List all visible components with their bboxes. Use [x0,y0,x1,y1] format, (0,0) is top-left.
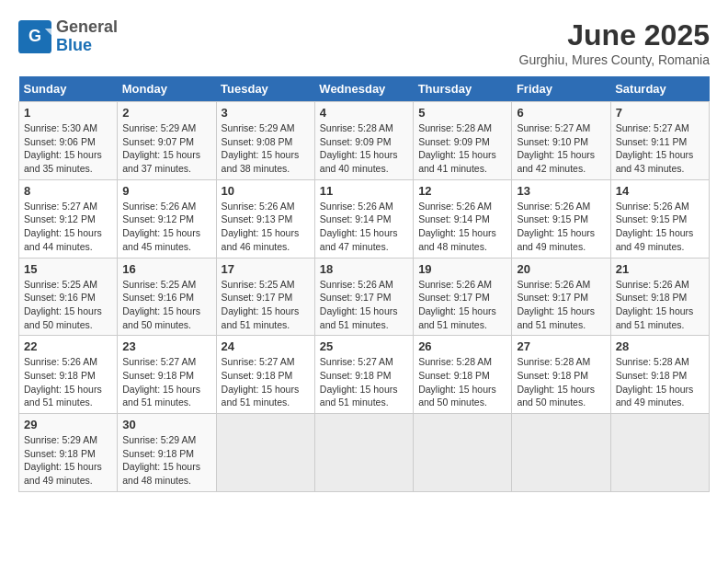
calendar-week-row: 15Sunrise: 5:25 AM Sunset: 9:16 PM Dayli… [19,258,710,336]
calendar-day-cell [512,414,610,492]
day-info: Sunrise: 5:28 AM Sunset: 9:18 PM Dayligh… [517,355,605,409]
calendar-day-cell: 24Sunrise: 5:27 AM Sunset: 9:18 PM Dayli… [216,336,314,414]
day-number: 17 [222,262,310,276]
day-number: 25 [320,339,408,353]
day-number: 10 [222,184,310,198]
day-info: Sunrise: 5:26 AM Sunset: 9:18 PM Dayligh… [24,355,112,409]
calendar-day-cell: 30Sunrise: 5:29 AM Sunset: 9:18 PM Dayli… [118,414,216,492]
day-number: 21 [616,262,704,276]
day-info: Sunrise: 5:28 AM Sunset: 9:18 PM Dayligh… [616,355,704,409]
day-number: 20 [517,262,605,276]
day-info: Sunrise: 5:26 AM Sunset: 9:14 PM Dayligh… [320,200,408,254]
day-number: 7 [616,106,704,120]
day-number: 29 [24,418,112,431]
day-number: 11 [320,184,408,198]
day-info: Sunrise: 5:26 AM Sunset: 9:17 PM Dayligh… [320,278,408,332]
day-number: 12 [418,184,506,198]
day-number: 15 [24,262,112,276]
day-number: 28 [616,339,704,353]
calendar-day-cell: 14Sunrise: 5:26 AM Sunset: 9:15 PM Dayli… [610,179,709,258]
calendar-day-cell: 28Sunrise: 5:28 AM Sunset: 9:18 PM Dayli… [610,336,709,414]
day-info: Sunrise: 5:26 AM Sunset: 9:12 PM Dayligh… [122,200,210,254]
day-number: 16 [122,262,210,276]
day-info: Sunrise: 5:27 AM Sunset: 9:10 PM Dayligh… [517,121,605,176]
day-info: Sunrise: 5:28 AM Sunset: 9:09 PM Dayligh… [320,121,408,176]
calendar-day-cell: 10Sunrise: 5:26 AM Sunset: 9:13 PM Dayli… [216,179,314,258]
day-number: 8 [24,184,112,198]
calendar-day-cell: 4Sunrise: 5:28 AM Sunset: 9:09 PM Daylig… [314,102,413,180]
calendar-day-cell: 11Sunrise: 5:26 AM Sunset: 9:14 PM Dayli… [314,179,413,258]
day-info: Sunrise: 5:26 AM Sunset: 9:15 PM Dayligh… [517,200,605,254]
day-number: 9 [122,184,210,198]
day-number: 2 [122,106,210,120]
day-number: 30 [122,418,210,431]
day-info: Sunrise: 5:27 AM Sunset: 9:11 PM Dayligh… [616,121,704,176]
day-number: 1 [24,106,112,120]
day-info: Sunrise: 5:28 AM Sunset: 9:18 PM Dayligh… [418,355,506,409]
calendar-day-cell: 23Sunrise: 5:27 AM Sunset: 9:18 PM Dayli… [118,336,216,414]
calendar-day-cell [216,414,314,492]
calendar-day-cell: 3Sunrise: 5:29 AM Sunset: 9:08 PM Daylig… [216,102,314,180]
day-number: 24 [222,339,310,353]
day-number: 13 [517,184,605,198]
calendar-title: June 2025 [519,18,711,52]
day-info: Sunrise: 5:27 AM Sunset: 9:12 PM Dayligh… [24,200,112,254]
day-info: Sunrise: 5:26 AM Sunset: 9:14 PM Dayligh… [418,200,506,254]
calendar-day-cell: 19Sunrise: 5:26 AM Sunset: 9:17 PM Dayli… [414,258,512,336]
day-info: Sunrise: 5:29 AM Sunset: 9:08 PM Dayligh… [222,121,310,176]
logo-icon: G [18,20,51,53]
calendar-day-cell: 25Sunrise: 5:27 AM Sunset: 9:18 PM Dayli… [314,336,413,414]
calendar-day-cell [414,414,512,492]
day-info: Sunrise: 5:29 AM Sunset: 9:07 PM Dayligh… [122,121,210,176]
day-info: Sunrise: 5:26 AM Sunset: 9:17 PM Dayligh… [517,278,605,332]
calendar-day-cell [610,414,709,492]
calendar-day-cell: 27Sunrise: 5:28 AM Sunset: 9:18 PM Dayli… [512,336,610,414]
day-number: 14 [616,184,704,198]
calendar-day-header: Friday [512,76,610,102]
calendar-day-cell [314,414,413,492]
day-number: 23 [122,339,210,353]
day-info: Sunrise: 5:26 AM Sunset: 9:13 PM Dayligh… [222,200,310,254]
calendar-day-cell: 26Sunrise: 5:28 AM Sunset: 9:18 PM Dayli… [414,336,512,414]
day-info: Sunrise: 5:26 AM Sunset: 9:17 PM Dayligh… [418,278,506,332]
title-block: June 2025 Gurghiu, Mures County, Romania [519,18,711,67]
day-info: Sunrise: 5:27 AM Sunset: 9:18 PM Dayligh… [122,355,210,409]
calendar-day-cell: 7Sunrise: 5:27 AM Sunset: 9:11 PM Daylig… [610,102,709,180]
calendar-day-cell: 1Sunrise: 5:30 AM Sunset: 9:06 PM Daylig… [19,102,118,180]
day-number: 22 [24,339,112,353]
calendar-day-cell: 17Sunrise: 5:25 AM Sunset: 9:17 PM Dayli… [216,258,314,336]
day-number: 27 [517,339,605,353]
calendar-day-cell: 9Sunrise: 5:26 AM Sunset: 9:12 PM Daylig… [118,179,216,258]
calendar-day-cell: 2Sunrise: 5:29 AM Sunset: 9:07 PM Daylig… [118,102,216,180]
logo: G General Blue [18,18,118,55]
calendar-day-cell: 8Sunrise: 5:27 AM Sunset: 9:12 PM Daylig… [19,179,118,258]
calendar-day-header: Monday [118,76,216,102]
calendar-body: 1Sunrise: 5:30 AM Sunset: 9:06 PM Daylig… [19,102,710,492]
calendar-day-header: Thursday [414,76,512,102]
day-info: Sunrise: 5:27 AM Sunset: 9:18 PM Dayligh… [222,355,310,409]
calendar-day-cell: 29Sunrise: 5:29 AM Sunset: 9:18 PM Dayli… [19,414,118,492]
calendar-week-row: 1Sunrise: 5:30 AM Sunset: 9:06 PM Daylig… [19,102,710,180]
calendar-header-row: SundayMondayTuesdayWednesdayThursdayFrid… [19,76,710,102]
calendar-day-cell: 20Sunrise: 5:26 AM Sunset: 9:17 PM Dayli… [512,258,610,336]
calendar-day-cell: 21Sunrise: 5:26 AM Sunset: 9:18 PM Dayli… [610,258,709,336]
day-info: Sunrise: 5:25 AM Sunset: 9:17 PM Dayligh… [222,278,310,332]
calendar-week-row: 8Sunrise: 5:27 AM Sunset: 9:12 PM Daylig… [19,179,710,258]
calendar-day-cell: 15Sunrise: 5:25 AM Sunset: 9:16 PM Dayli… [19,258,118,336]
day-info: Sunrise: 5:28 AM Sunset: 9:09 PM Dayligh… [418,121,506,176]
calendar-day-cell: 22Sunrise: 5:26 AM Sunset: 9:18 PM Dayli… [19,336,118,414]
day-info: Sunrise: 5:29 AM Sunset: 9:18 PM Dayligh… [122,433,210,488]
day-number: 19 [418,262,506,276]
calendar-subtitle: Gurghiu, Mures County, Romania [519,52,711,67]
calendar-week-row: 29Sunrise: 5:29 AM Sunset: 9:18 PM Dayli… [19,414,710,492]
day-number: 4 [320,106,408,120]
calendar-day-cell: 6Sunrise: 5:27 AM Sunset: 9:10 PM Daylig… [512,102,610,180]
day-info: Sunrise: 5:29 AM Sunset: 9:18 PM Dayligh… [24,433,112,488]
logo-text: General Blue [56,18,118,55]
day-info: Sunrise: 5:27 AM Sunset: 9:18 PM Dayligh… [320,355,408,409]
day-number: 26 [418,339,506,353]
svg-text:G: G [28,27,41,45]
calendar-day-header: Tuesday [216,76,314,102]
day-info: Sunrise: 5:30 AM Sunset: 9:06 PM Dayligh… [24,121,112,176]
day-number: 5 [418,106,506,120]
